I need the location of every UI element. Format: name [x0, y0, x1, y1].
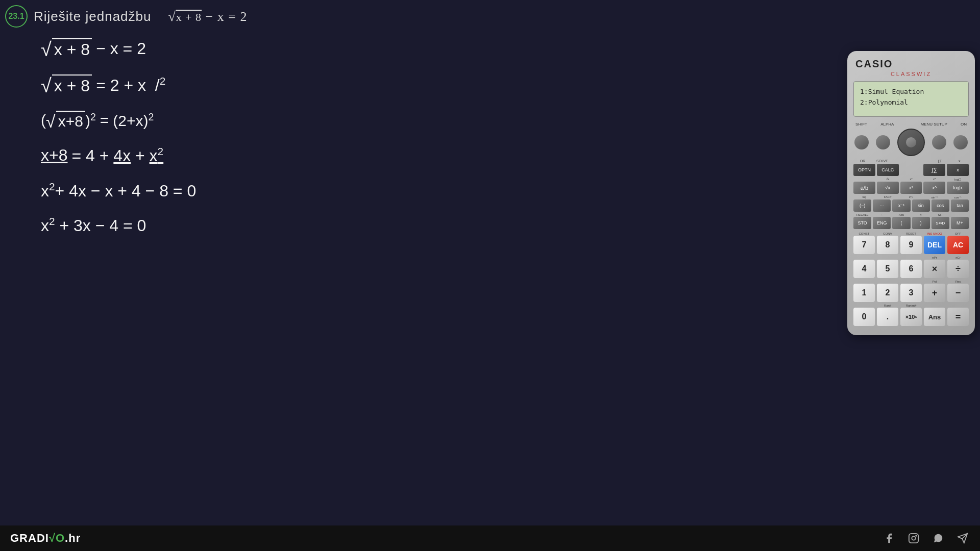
lbl-r3-2: FACT: [877, 195, 899, 199]
btn-x-var[interactable]: x: [947, 164, 969, 176]
lbl-n3-5: Rec: [947, 280, 969, 283]
instagram-icon[interactable]: [906, 531, 921, 545]
problem-number: 23.1: [5, 5, 28, 28]
lbl-n2-4: nPr: [924, 256, 945, 259]
label-or: OR: [853, 159, 872, 163]
lbl-r2-1: [853, 178, 875, 181]
lbl-r4-3: Abs: [892, 213, 910, 216]
sqrt-content-3: x+8: [56, 111, 85, 130]
sqrt-content-2: x + 8: [52, 74, 92, 95]
equation-in-title: √x + 8 − x = 2: [168, 9, 247, 24]
btn-equals[interactable]: =: [947, 308, 969, 326]
sqrt-symbol-1: √: [41, 40, 52, 59]
math-content: √ x + 8 − x = 2 √ x + 8 = 2 + x /2 ( √ x…: [41, 38, 196, 251]
btn-optn[interactable]: OPTN: [853, 164, 875, 176]
btn-9[interactable]: 9: [900, 236, 922, 254]
sqrt-expr-3: √ x+8: [46, 111, 85, 130]
label-alpha: ALPHA: [880, 122, 894, 127]
eq-text-5: x2+ 4x − x + 4 − 8 = 0: [41, 181, 196, 201]
lhs-4: x+8: [41, 146, 67, 165]
lbl-r3-1: log: [853, 195, 875, 199]
calc-model: CLASSWIZ: [853, 71, 969, 77]
btn-sin[interactable]: sin: [912, 199, 930, 212]
btn-decimal[interactable]: .: [877, 308, 898, 326]
btn-inv[interactable]: x⁻¹: [892, 199, 910, 212]
lbl-n1-1: CONST: [853, 232, 875, 235]
lbl-n1-3: RESET: [900, 232, 922, 235]
whatsapp-icon[interactable]: [931, 531, 945, 545]
btn-sqrt[interactable]: √x: [877, 182, 899, 194]
calc-brand: CASIO: [853, 58, 969, 70]
btn-3[interactable]: 3: [900, 284, 922, 302]
btn-del[interactable]: DEL: [924, 236, 945, 254]
btn-log[interactable]: log|x: [947, 182, 969, 194]
btn-sto[interactable]: STO: [853, 217, 871, 229]
btn-ans[interactable]: Ans: [924, 308, 945, 326]
label-shift: SHIFT: [855, 122, 867, 127]
btn-shift[interactable]: [854, 135, 869, 149]
btn-0[interactable]: 0: [853, 308, 875, 326]
btn-multiply[interactable]: ×: [924, 260, 945, 278]
btn-6[interactable]: 6: [900, 260, 922, 278]
btn-nav[interactable]: [897, 129, 925, 156]
facebook-icon[interactable]: [882, 531, 896, 545]
btn-sd[interactable]: S⇔D: [932, 217, 949, 229]
lbl-r4-1: RECALL: [853, 213, 871, 216]
btn-frac[interactable]: a/b: [853, 182, 875, 194]
sqrt-expr-1: √ x + 8: [41, 38, 92, 59]
btn-dots[interactable]: ···: [873, 199, 891, 212]
btn-power[interactable]: x^: [923, 182, 945, 194]
lbl-n4-3: Ranint#: [900, 304, 922, 307]
btn-plus[interactable]: +: [924, 284, 945, 302]
btn-divide[interactable]: ÷: [947, 260, 969, 278]
math-line-2: √ x + 8 = 2 + x /2: [41, 74, 196, 95]
btn-5[interactable]: 5: [877, 260, 898, 278]
btn-eng[interactable]: ENG: [873, 217, 891, 229]
btn-4[interactable]: 4: [853, 260, 875, 278]
btn-2[interactable]: 2: [877, 284, 898, 302]
lbl-r4-4: ×: [912, 213, 930, 216]
eq-rest-2: = 2 + x /2: [96, 75, 165, 95]
btn-ac[interactable]: AC: [947, 236, 969, 254]
lbl-r3-3: x²÷: [900, 195, 922, 199]
paren-sqrt: (: [41, 112, 46, 129]
btn-minus[interactable]: −: [947, 284, 969, 302]
lbl-r2-2: √x: [877, 178, 899, 181]
btn-open-paren[interactable]: (: [892, 217, 910, 229]
math-line-6: x2 + 3x − 4 = 0: [41, 215, 196, 235]
sqrt-expr-2: √ x + 8: [41, 74, 92, 95]
btn-exp[interactable]: ×10x: [900, 308, 922, 326]
telegram-icon[interactable]: [955, 531, 970, 545]
btn-cos[interactable]: cos: [932, 199, 949, 212]
math-line-3: ( √ x+8 )2 = (2+x)2: [41, 111, 196, 130]
lbl-r3-4: sin⁻¹: [923, 195, 945, 199]
calc-display: 1:Simul Equation 2:Polynomial: [853, 81, 969, 117]
btn-menu-setup[interactable]: [932, 135, 946, 149]
btn-7[interactable]: 7: [853, 236, 875, 254]
math-line-5: x2+ 4x − x + 4 − 8 = 0: [41, 181, 196, 201]
btn-integral[interactable]: ∫∑: [923, 164, 945, 176]
rhs-3: (2+x)2: [113, 111, 154, 130]
lbl-n1-5: OFF: [947, 232, 969, 235]
minus-1: − x = 2: [96, 39, 146, 58]
svg-rect-0: [909, 534, 918, 543]
btn-tan[interactable]: tan: [951, 199, 969, 212]
display-line-1: 1:Simul Equation: [860, 87, 962, 97]
btn-calc[interactable]: CALC: [877, 164, 899, 176]
btn-mplus[interactable]: M+: [951, 217, 969, 229]
lbl-r2-5: log☐: [947, 178, 969, 181]
calculator: CASIO CLASSWIZ 1:Simul Equation 2:Polyno…: [847, 51, 975, 335]
btn-square[interactable]: x²: [900, 182, 922, 194]
lbl-r4-2: ←: [873, 213, 891, 216]
label-x: x: [950, 159, 969, 163]
btn-alpha[interactable]: [876, 135, 890, 149]
btn-1[interactable]: 1: [853, 284, 875, 302]
sqrt-symbol-3: √: [46, 113, 56, 130]
btn-close-paren[interactable]: ): [912, 217, 930, 229]
btn-8[interactable]: 8: [877, 236, 898, 254]
btn-neg[interactable]: (−): [853, 199, 871, 212]
lbl-r3-5: cos⁻¹: [947, 195, 969, 199]
eq-sign-3: =: [100, 112, 109, 129]
problem-title: Riješite jednadžbu √x + 8 − x = 2: [34, 9, 247, 24]
btn-on[interactable]: [953, 135, 968, 149]
